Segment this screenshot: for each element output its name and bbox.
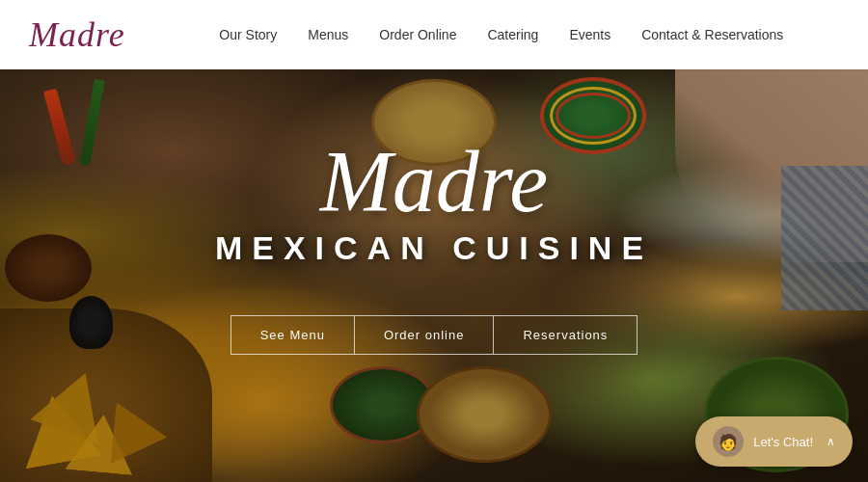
site-header: Madre Our Story Menus Order Online Cater…: [0, 0, 868, 69]
hero-section: Madre MEXICAN CUISINE See Menu Order onl…: [0, 69, 868, 482]
cta-button-group: See Menu Order online Reservations: [231, 315, 638, 355]
nav-order-online[interactable]: Order Online: [379, 27, 456, 42]
nav-contact-reservations[interactable]: Contact & Reservations: [641, 27, 783, 42]
chat-bubble[interactable]: 🧑 Let's Chat! ∧: [695, 416, 853, 467]
chat-avatar-icon: 🧑: [713, 426, 744, 457]
nav-menus[interactable]: Menus: [308, 27, 348, 42]
hero-subtitle-text: MEXICAN CUISINE: [215, 229, 653, 267]
nav-events[interactable]: Events: [569, 27, 610, 42]
nav-our-story[interactable]: Our Story: [219, 27, 277, 42]
order-online-button[interactable]: Order online: [354, 316, 494, 354]
see-menu-button[interactable]: See Menu: [231, 316, 354, 354]
chat-label: Let's Chat!: [753, 435, 813, 449]
hero-brand-text: Madre: [320, 139, 549, 226]
chat-chevron-icon: ∧: [827, 435, 835, 449]
main-nav: Our Story Menus Order Online Catering Ev…: [164, 27, 839, 42]
reservations-button[interactable]: Reservations: [493, 316, 637, 354]
site-logo[interactable]: Madre: [29, 14, 125, 55]
nav-catering[interactable]: Catering: [487, 27, 538, 42]
